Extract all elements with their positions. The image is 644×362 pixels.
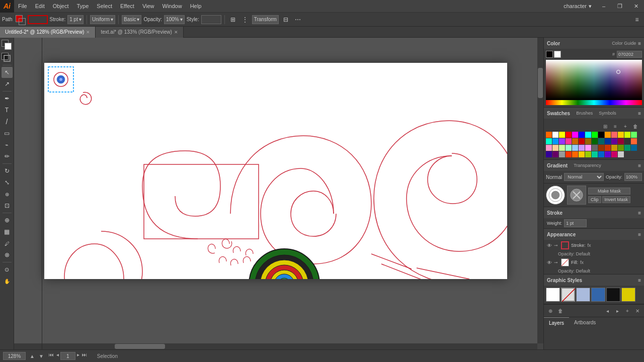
gs-yellow[interactable]: [621, 288, 635, 302]
swatch-40[interactable]: [624, 145, 630, 151]
swatch-11[interactable]: [618, 132, 624, 138]
color-panel-header[interactable]: Color Color Guide ≡: [544, 38, 644, 49]
gradient-panel-options[interactable]: ≡: [638, 163, 641, 168]
symbols-tab[interactable]: Symbols: [599, 111, 616, 116]
fill-eye-icon[interactable]: 👁: [547, 260, 552, 265]
minimize-button[interactable]: –: [596, 0, 612, 13]
appearance-panel-header[interactable]: Appearance ≡: [544, 229, 644, 240]
next-page-btn[interactable]: ▸: [76, 352, 80, 360]
swatch-33[interactable]: [579, 145, 585, 151]
tool-paintbrush[interactable]: ⌁: [2, 139, 13, 150]
swatch-20[interactable]: [585, 138, 591, 144]
align-btn[interactable]: ⊟: [281, 15, 291, 25]
panel-add-icon[interactable]: ⊕: [546, 306, 555, 315]
tab-close-text[interactable]: ✕: [174, 30, 178, 35]
panel-options-btn[interactable]: ≡: [632, 15, 642, 25]
panel-trash-icon[interactable]: ✕: [633, 306, 642, 315]
menu-window[interactable]: Window: [158, 0, 186, 13]
stroke-panel-header[interactable]: Stroke ≡: [544, 207, 644, 218]
swatch-4[interactable]: [572, 132, 578, 138]
gs-white[interactable]: [546, 288, 560, 302]
swatch-add-icon[interactable]: +: [621, 122, 630, 131]
color-spectrum-bar[interactable]: [546, 100, 642, 105]
swatch-29[interactable]: [552, 145, 558, 151]
menu-type[interactable]: Type: [73, 0, 93, 13]
swatch-27[interactable]: [631, 138, 637, 144]
canvas-area[interactable]: [14, 38, 543, 349]
menu-help[interactable]: Help: [186, 0, 206, 13]
swatch-view-icon[interactable]: ⊞: [601, 122, 610, 131]
tool-zoom[interactable]: ⊙: [2, 264, 13, 275]
zoom-input[interactable]: [3, 352, 26, 360]
tool-pen[interactable]: ✒: [2, 93, 13, 104]
swatch-44[interactable]: [559, 151, 565, 157]
swatch-28[interactable]: [546, 145, 552, 151]
swatch-43[interactable]: [552, 151, 558, 157]
transparency-title[interactable]: Transparency: [574, 163, 601, 168]
tool-pencil[interactable]: ✏: [2, 151, 13, 162]
swatch-47[interactable]: [579, 151, 585, 157]
tool-free-transform[interactable]: ⊡: [2, 200, 13, 211]
color-mode-btns[interactable]: [2, 53, 13, 62]
stroke-weight-dropdown[interactable]: 1 pt ▾: [67, 15, 84, 24]
menu-object[interactable]: Object: [49, 0, 73, 13]
panel-left-arrow[interactable]: ◂: [603, 306, 612, 315]
swatch-13[interactable]: [631, 132, 637, 138]
layers-tab[interactable]: Layers: [544, 317, 569, 328]
hex-input[interactable]: [617, 51, 642, 58]
menu-view[interactable]: View: [138, 0, 158, 13]
swatch-37[interactable]: [605, 145, 611, 151]
panel-new-icon[interactable]: +: [623, 306, 632, 315]
stroke-type-dropdown[interactable]: Uniform ▾: [90, 15, 115, 24]
swatches-panel-header[interactable]: Swatches Brushes Symbols ≡: [544, 108, 644, 119]
swatch-51[interactable]: [605, 151, 611, 157]
stroke-swatch-appearance[interactable]: [561, 241, 569, 249]
artboards-tab[interactable]: Artboards: [569, 317, 601, 328]
zoom-up-arrow[interactable]: ▲: [30, 353, 35, 359]
swatch-delete-icon[interactable]: 🗑: [631, 122, 640, 131]
tool-hand[interactable]: ✋: [2, 276, 13, 287]
last-page-btn[interactable]: ⏭: [81, 352, 88, 360]
swatch-0[interactable]: [546, 132, 552, 138]
swatch-53[interactable]: [618, 151, 624, 157]
close-button[interactable]: ✕: [628, 0, 644, 13]
gradient-panel-header[interactable]: Gradient Transparency ≡: [544, 160, 644, 171]
swatch-8[interactable]: [598, 132, 604, 138]
swatch-7[interactable]: [592, 132, 598, 138]
swatch-32[interactable]: [572, 145, 578, 151]
swatch-35[interactable]: [592, 145, 598, 151]
swatch-46[interactable]: [572, 151, 578, 157]
prev-page-btn[interactable]: ◂: [55, 352, 60, 360]
swatch-34[interactable]: [585, 145, 591, 151]
panel-delete-icon[interactable]: 🗑: [556, 306, 565, 315]
swatch-38[interactable]: [611, 145, 617, 151]
swatch-36[interactable]: [598, 145, 604, 151]
style-field[interactable]: [201, 15, 221, 24]
swatch-21[interactable]: [592, 138, 598, 144]
gs-black[interactable]: [606, 288, 620, 302]
swatch-26[interactable]: [624, 138, 630, 144]
tool-line[interactable]: /: [2, 116, 13, 127]
swatch-1[interactable]: [552, 132, 558, 138]
swatch-3[interactable]: [566, 132, 572, 138]
menu-effect[interactable]: Effect: [116, 0, 138, 13]
gs-gray-outline[interactable]: [561, 288, 575, 302]
swatch-45[interactable]: [566, 151, 572, 157]
swatch-18[interactable]: [572, 138, 578, 144]
clip-btn[interactable]: Clip: [588, 196, 601, 203]
fill-fx-icon[interactable]: fx: [580, 260, 584, 265]
fill-swatch-appearance[interactable]: [561, 258, 569, 266]
more-options-btn[interactable]: ⋯: [293, 15, 303, 25]
gs-blue-dark[interactable]: [591, 288, 605, 302]
swatches-panel-options[interactable]: ≡: [638, 111, 641, 116]
stroke-panel-options[interactable]: ≡: [638, 210, 641, 216]
stroke-fx-icon[interactable]: fx: [588, 243, 591, 248]
opacity-input[interactable]: [624, 173, 642, 181]
swatch-31[interactable]: [566, 145, 572, 151]
fg-color-box[interactable]: [546, 51, 553, 58]
color-panel-collapse[interactable]: ≡: [638, 41, 641, 46]
swatch-25[interactable]: [618, 138, 624, 144]
swatch-48[interactable]: [585, 151, 591, 157]
swatch-6[interactable]: [585, 132, 591, 138]
swatch-list-icon[interactable]: ≡: [611, 122, 620, 131]
